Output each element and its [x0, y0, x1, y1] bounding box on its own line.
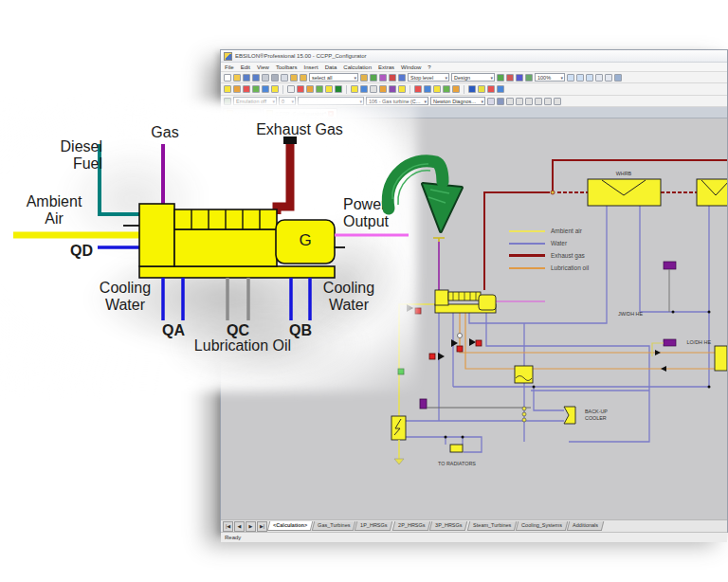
sheet-tab-bar: |◀◀▶▶|<Calculation>Gas_Turbines1P_HRSGs2… [221, 519, 727, 532]
cooling-water-right-label: Cooling Water [317, 280, 381, 314]
gas-label: Gas [144, 124, 186, 141]
zoom-out-icon[interactable] [576, 74, 584, 82]
legend-swatch [509, 254, 545, 257]
legend-swatch [509, 230, 545, 232]
backup-cooler-label-2: COOLER [585, 415, 607, 421]
profile-prev-icon[interactable] [506, 74, 514, 82]
generator-label: G [290, 232, 320, 249]
legend-label: Ambient air [551, 227, 582, 234]
page: EBSILON®Professional 15.00 - CCPP_Config… [0, 0, 728, 582]
sheet-tab-steamturbines[interactable]: Steam_Turbines [466, 521, 517, 531]
air-filter-component[interactable] [391, 416, 406, 464]
status-text: Ready [225, 535, 241, 540]
zoom-combo[interactable]: 100%▾ [535, 73, 565, 82]
profile-add-icon[interactable] [497, 74, 504, 82]
radiators-component[interactable] [450, 445, 463, 452]
lubrication-oil-label: Lubrication Oil [176, 337, 309, 355]
refresh-icon[interactable] [525, 74, 533, 82]
lodh-he-label: LO/DH HE [687, 339, 712, 345]
sheet-tab-2phrsgs[interactable]: 2P_HRSGs [392, 521, 431, 531]
whrb-label: WHRB [616, 171, 632, 176]
dh-fitting-component[interactable] [664, 262, 676, 312]
schematic-legend: Ambient airWaterExhaust gasLubrication o… [509, 225, 642, 274]
sheet-tab-coolingsystems[interactable]: Cooling_Systems [516, 521, 568, 531]
green-arrow [372, 150, 468, 240]
turbine-diagram [0, 0, 436, 379]
sheet-tab-1phrsgs[interactable]: 1P_HRSGs [355, 521, 393, 531]
component-icon-25[interactable] [443, 85, 450, 93]
diesel-fuel-label: Diesel Fuel [36, 138, 102, 173]
mirror-icon[interactable] [535, 98, 542, 105]
lube-oil-diagram-lines [228, 278, 248, 320]
exhaust-duct [277, 143, 290, 214]
sheet-tab-calculation[interactable]: <Calculation> [267, 521, 314, 531]
cooling-water-left-label: Cooling Water [93, 280, 157, 314]
diesel-fuel-line [100, 144, 141, 214]
send-back-icon[interactable] [554, 98, 561, 105]
component-icon-30[interactable] [487, 85, 495, 93]
ambient-air-label: Ambient Air [16, 193, 92, 227]
rotate-icon[interactable] [525, 98, 533, 105]
nav-last-icon[interactable]: ▶| [257, 521, 267, 532]
align-right-icon[interactable] [516, 98, 523, 105]
sheet-tab-additionals[interactable]: Additionals [566, 521, 603, 531]
backup-cooler-label-1: BACK-UP [585, 409, 608, 414]
align-left-icon[interactable] [506, 98, 514, 105]
nav-next-icon[interactable]: ▶ [246, 521, 256, 532]
legend-label: Lubrication oil [551, 264, 589, 271]
legend-row: Lubrication oil [509, 262, 642, 274]
cooling-water-lines [163, 278, 310, 320]
nav-prev-icon[interactable]: ◀ [234, 521, 245, 532]
lube-oil-lines[interactable] [460, 312, 715, 369]
sheet-tab-gasturbines[interactable]: Gas_Turbines [312, 521, 356, 531]
legend-label: Exhaust gas [551, 252, 585, 259]
profile-next-icon[interactable] [516, 74, 523, 82]
component-icon-26[interactable] [452, 85, 460, 93]
fullscreen-icon[interactable] [614, 74, 622, 82]
pan-icon[interactable] [605, 74, 612, 82]
component-icon-28[interactable] [468, 85, 476, 93]
qd-label: QD [66, 243, 97, 260]
diagnose-combo[interactable]: Newton Diagnos...▾ [430, 97, 485, 105]
profile-combo[interactable]: Design▾ [451, 73, 495, 82]
legend-row: Ambient air [509, 225, 642, 237]
exhaust-gas-label: Exhaust Gas [246, 121, 353, 138]
zoom-window-icon[interactable] [586, 74, 593, 82]
whrb-2[interactable] [697, 179, 727, 206]
legend-row: Water [509, 237, 642, 249]
backup-cooler-component[interactable] [564, 407, 575, 424]
legend-swatch [509, 243, 545, 245]
status-bar: Ready [221, 532, 727, 542]
zoom-fit-icon[interactable] [595, 74, 603, 82]
component-icon-29[interactable] [478, 85, 485, 93]
to-radiators-label: TO RADIATORS [438, 461, 476, 466]
legend-label: Water [551, 240, 567, 246]
component-icon-31[interactable] [497, 85, 504, 93]
toolbar-separator [464, 85, 464, 94]
sheet-tab-3phrsgs[interactable]: 3P_HRSGs [429, 521, 468, 531]
jwdh-he-label: JW/DH HE [618, 311, 643, 317]
legend-swatch [509, 267, 545, 269]
legend-row: Exhaust gas [509, 249, 642, 262]
find-icon[interactable] [487, 98, 495, 105]
bring-front-icon[interactable] [544, 98, 552, 105]
junction-dots [445, 311, 711, 439]
binoculars-icon[interactable] [497, 98, 504, 105]
whrb-1[interactable] [588, 179, 661, 206]
zoom-in-icon[interactable] [567, 74, 574, 82]
nav-first-icon[interactable]: |◀ [223, 521, 233, 532]
exhaust-junction[interactable] [551, 191, 555, 194]
